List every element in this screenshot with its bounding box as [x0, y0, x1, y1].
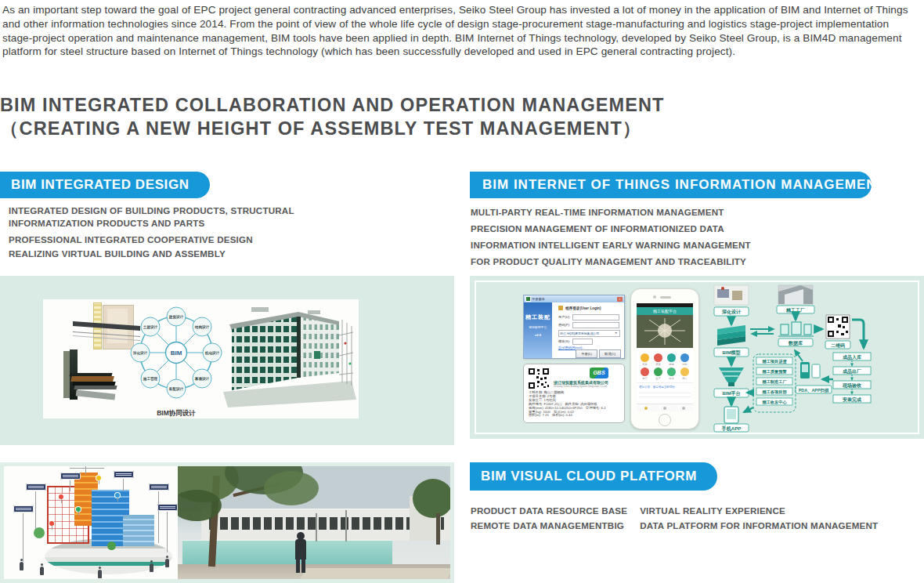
tree-foliage [264, 471, 319, 505]
module-label: 精工项目进度 [761, 359, 787, 364]
flow-qrcode-label: 二维码 [830, 342, 845, 349]
component-qr-card: GBS 浙江绿筑建筑系统集成有限公司 Zhejiang Green Buildi… [523, 364, 625, 423]
tab-home-icon[interactable] [644, 407, 648, 410]
login-brand-sidebar: 精工装配 BIM管理平台 v2.0 [524, 302, 552, 358]
bim-collaboration-diagram: 建筑设计 结构设计 机电设计 幕墙设计 装配设计 施工管理 深化设计 土建设计 … [124, 299, 229, 418]
login-button[interactable]: 登录(L) [576, 349, 597, 358]
flow-database-label: 数据库 [788, 340, 803, 346]
app-icon-item[interactable]: 物料 [678, 353, 691, 366]
person-figure [40, 567, 44, 575]
vc-line: DATA PLATFORM FOR INFORMATION MANAGEMENT [640, 518, 878, 533]
bullet-item: REALIZING VIRTUAL BUILDING AND ASSEMBLY [9, 248, 377, 260]
app-title-bar: 精工装配平台 [637, 307, 693, 315]
app-icon [680, 368, 689, 376]
tree-foliage [413, 479, 450, 518]
vc-line: VIRTUAL REALITY EXPERIENCE [640, 503, 878, 518]
blue-low-building [123, 515, 154, 546]
pill-integrated-design: BIM INTEGRATED DESIGN [0, 172, 210, 198]
person-figure [98, 570, 102, 578]
password-label: 密码(P): [558, 323, 570, 327]
pill-iot-management: BIM INTERNET OF THINGS INFORMATION MANAG… [470, 172, 872, 198]
close-icon: × [617, 297, 623, 302]
light-pole [316, 513, 317, 541]
flow-bim-platform-label: BIM平台 [723, 390, 741, 397]
iot-management-bullets: MULTI-PARTY REAL-TIME INFORMATION MANAGE… [471, 206, 909, 272]
qr-code [528, 368, 550, 389]
qr-code-icon [826, 315, 850, 339]
camera-icon [653, 295, 656, 299]
phone-screen: 精工装配平台 项目 质量 进度 物料 预警 生产 [637, 303, 693, 411]
tree-trunk [436, 513, 440, 545]
page-title-line2: （CREATING A NEW HEIGHT OF ASSEMBLY TEST … [0, 117, 665, 140]
password-input[interactable] [572, 322, 619, 328]
bullet-item: INFORMATION INTELLIGENT EARLY WARNING MA… [471, 239, 909, 252]
app-icon-item[interactable]: 物流 [665, 368, 678, 380]
status-pin-red [49, 521, 54, 526]
node-label: 土建设计 [143, 324, 158, 330]
walkway [300, 568, 450, 579]
chevron-down-icon: ▼ [615, 331, 617, 335]
person-leg [296, 559, 300, 573]
home-button[interactable] [659, 414, 671, 426]
node-label: 深化设计 [132, 350, 148, 356]
bim-model-icon [717, 325, 745, 346]
app-icon-item[interactable]: 进度 [665, 353, 678, 366]
light-pole [345, 510, 347, 541]
status-pin-yellow [96, 476, 101, 480]
login-dialog: 登录窗体 × 精工装配 BIM管理平台 v2.0 程序登录(User Login… [523, 295, 625, 359]
bim-city-illustration [4, 466, 178, 579]
user-input[interactable] [572, 314, 619, 320]
figure-bim-platform-image [0, 462, 454, 583]
steel-joint-render [52, 349, 115, 415]
brand-name: 精工装配 [524, 313, 552, 321]
cancel-button[interactable]: 取消(C) [599, 349, 621, 358]
bim-design-canvas: 建筑设计 结构设计 机电设计 幕墙设计 装配设计 施工管理 深化设计 土建设计 … [43, 299, 359, 418]
tab-list-icon[interactable] [663, 407, 666, 410]
login-window-title: 登录窗体 [532, 297, 545, 301]
card-spec-rows: 工程名称: 梅山二期钢构 子项目名称: 2号楼 安装位置: 1号柱间 构件编号:… [529, 391, 621, 418]
app-icon-item[interactable]: 预警 [638, 368, 651, 380]
vc-line: PRODUCT DATA RESOURCE BASE [471, 503, 627, 518]
module-label: 精工质量预警 [761, 369, 787, 375]
app-icon-item[interactable]: 统计 [678, 368, 691, 380]
flow-right-steps: 成品入库 成品出厂 现场验收 安装完成 [833, 353, 871, 403]
tab-user-icon[interactable] [682, 407, 685, 410]
login-titlebar: 登录窗体 × [524, 295, 624, 302]
module-label: 精工制造工厂 [761, 379, 787, 385]
module-label: 模块(S): [558, 339, 570, 343]
app-hero-photo [637, 315, 693, 348]
app-icon [641, 353, 649, 362]
step-label: 成品入库 [842, 354, 861, 360]
pda-scan-icons [800, 362, 820, 378]
iot-flowchart: 深化设计 BIM模型 BIM平台 手机APP [703, 284, 872, 433]
brand-sub: BIM管理平台 [524, 325, 552, 329]
gbs-logo: GBS [590, 368, 608, 378]
module-input[interactable] [572, 339, 593, 345]
app-icon-item[interactable]: 生产 [651, 368, 665, 380]
crane-jib [70, 468, 104, 469]
flow-module-items: 精工项目进度 精工质量预警 精工制造工厂 精工各项目部 精工收发中心 [756, 357, 792, 405]
visual-cloud-col2: VIRTUAL REALITY EXPERIENCE DATA PLATFORM… [640, 503, 878, 533]
card-company-en: Zhejiang Green Building System Integrati… [554, 385, 621, 388]
figure-bim-design: 建筑设计 结构设计 机电设计 幕墙设计 装配设计 施工管理 深化设计 土建设计 … [0, 276, 454, 445]
flow-pda-label: PDA、APP扫描 [799, 388, 829, 393]
app-icon-item[interactable]: 项目 [638, 353, 651, 366]
node-label: 机电设计 [204, 350, 220, 356]
app-icon-item[interactable]: 质量 [651, 353, 665, 366]
diagram-caption: BIM协同设计 [157, 409, 196, 417]
company-select[interactable]: 浙江-绿[筑]建筑系统集成公司 [558, 330, 620, 337]
app-icon [667, 368, 676, 376]
info-sign [60, 473, 81, 480]
bullet-item: MULTI-PARTY REAL-TIME INFORMATION MANAGE… [471, 206, 909, 219]
architectural-rendering [178, 466, 450, 579]
app-icon [641, 368, 649, 376]
bim-building-model [220, 304, 358, 414]
page: As an important step toward the goal of … [0, 0, 924, 583]
window-band [209, 517, 444, 530]
bullet-item: PROFESSIONAL INTEGRATED COOPERATIVE DESI… [9, 234, 377, 246]
node-label: 幕墙设计 [194, 376, 210, 382]
app-icon-grid: 项目 质量 进度 物料 预警 生产 物流 统计 [637, 351, 693, 381]
node-label: 装配设计 [168, 386, 184, 392]
person-body [295, 539, 306, 559]
step-label: 安装完成 [843, 397, 861, 403]
